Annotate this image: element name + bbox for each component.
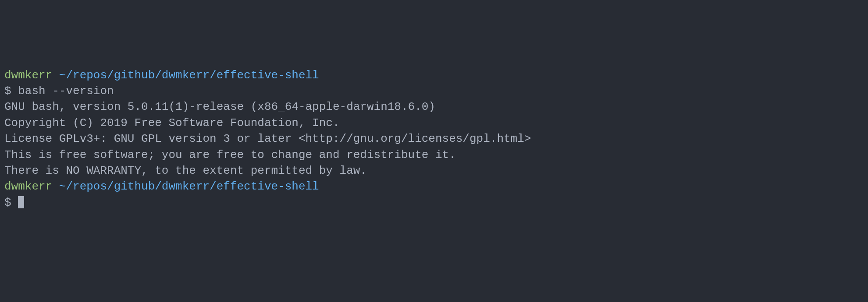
output-line: License GPLv3+: GNU GPL version 3 or lat…: [4, 131, 864, 147]
prompt-user: dwmkerr: [4, 69, 52, 82]
prompt-user: dwmkerr: [4, 180, 52, 193]
prompt-line-1: dwmkerr ~/repos/github/dwmkerr/effective…: [4, 67, 864, 83]
output-line: There is NO WARRANTY, to the extent perm…: [4, 163, 864, 179]
command-text: bash --version: [18, 84, 114, 98]
cursor-icon: [18, 196, 24, 208]
output-line: This is free software; you are free to c…: [4, 147, 864, 163]
prompt-path: ~/repos/github/dwmkerr/effective-shell: [59, 180, 319, 193]
prompt-symbol: $: [4, 84, 11, 98]
command-line-2[interactable]: $: [4, 195, 864, 211]
prompt-line-2: dwmkerr ~/repos/github/dwmkerr/effective…: [4, 179, 864, 194]
output-line: GNU bash, version 5.0.11(1)-release (x86…: [4, 99, 864, 115]
prompt-path: ~/repos/github/dwmkerr/effective-shell: [59, 69, 319, 82]
command-line-1[interactable]: $ bash --version: [4, 83, 864, 99]
output-line: Copyright (C) 2019 Free Software Foundat…: [4, 115, 864, 131]
prompt-symbol: $: [4, 196, 11, 209]
